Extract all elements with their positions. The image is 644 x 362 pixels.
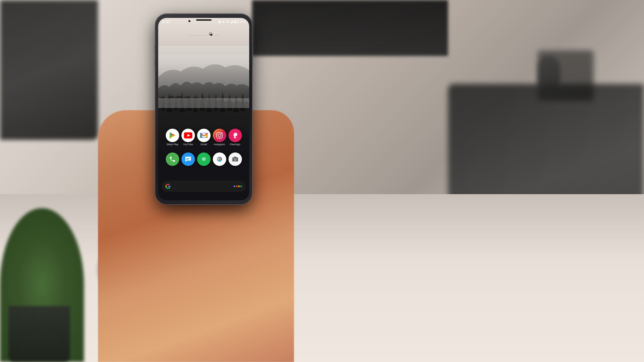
sync-icon bbox=[222, 20, 225, 23]
app-sklep-play[interactable]: Sklep Play bbox=[166, 129, 179, 146]
power-button[interactable] bbox=[252, 53, 253, 67]
phone-body: 17:27 bbox=[155, 14, 252, 204]
wifi-icon bbox=[226, 20, 229, 23]
sklep-play-label: Sklep Play bbox=[166, 143, 178, 146]
dot-yellow bbox=[238, 185, 240, 187]
app-spotify[interactable]: . bbox=[197, 152, 211, 170]
camera-icon-circle[interactable] bbox=[228, 152, 242, 166]
app-messages[interactable]: . bbox=[181, 152, 195, 170]
bg-monitor bbox=[0, 0, 98, 140]
earpiece bbox=[196, 19, 211, 21]
google-assistant-dots[interactable] bbox=[234, 185, 242, 187]
app-chrome[interactable]: . bbox=[213, 152, 226, 170]
dot-green bbox=[240, 185, 242, 187]
battery-icon bbox=[234, 20, 239, 23]
chrome-label: . bbox=[219, 167, 220, 170]
spotify-label: . bbox=[203, 167, 204, 170]
svg-point-17 bbox=[221, 133, 222, 134]
phone: 17:27 bbox=[155, 14, 252, 204]
youtube-logo bbox=[184, 132, 192, 138]
flamingo-label: Flamingo bbox=[230, 143, 240, 146]
volume-up-button[interactable] bbox=[155, 45, 155, 55]
youtube-icon-circle[interactable] bbox=[181, 129, 195, 142]
mist-overlay bbox=[158, 46, 249, 102]
app-row-2: . . bbox=[158, 152, 249, 170]
chrome-logo bbox=[216, 155, 223, 163]
gmail-label: Gmail bbox=[200, 143, 207, 146]
svg-rect-5 bbox=[232, 21, 233, 23]
battery-percentage: 37% bbox=[240, 20, 245, 23]
volume-down-button[interactable] bbox=[155, 57, 155, 67]
svg-rect-4 bbox=[231, 22, 232, 23]
bg-mousepad bbox=[538, 50, 594, 101]
phone-logo bbox=[169, 156, 176, 163]
spotify-logo bbox=[200, 156, 207, 163]
dot-red bbox=[236, 185, 237, 187]
svg-rect-19 bbox=[186, 159, 189, 160]
app-gmail[interactable]: Gmail bbox=[197, 129, 211, 146]
bg-plant-pot bbox=[8, 306, 70, 362]
flamingo-logo bbox=[231, 131, 239, 139]
svg-point-16 bbox=[218, 134, 221, 137]
gmail-icon-circle[interactable] bbox=[197, 129, 211, 142]
phone-icon-circle[interactable] bbox=[166, 152, 179, 166]
messages-label: . bbox=[188, 167, 188, 170]
weather-date: Czwartek, 8 sie bbox=[186, 32, 207, 36]
front-camera bbox=[188, 20, 190, 22]
bg-desk bbox=[0, 194, 644, 362]
instagram-logo bbox=[216, 132, 223, 139]
svg-rect-3 bbox=[230, 22, 231, 23]
phone-call-label: . bbox=[172, 167, 173, 170]
svg-rect-9 bbox=[235, 21, 236, 23]
play-store-logo bbox=[169, 131, 176, 139]
app-youtube[interactable]: YouTube bbox=[181, 129, 195, 146]
notification-icon bbox=[218, 20, 221, 23]
sklep-play-icon[interactable] bbox=[166, 129, 179, 142]
instagram-label: Instagram bbox=[214, 143, 225, 146]
svg-rect-6 bbox=[233, 20, 234, 23]
signal-icon bbox=[230, 20, 234, 23]
bg-monitor-top bbox=[252, 0, 448, 56]
app-flamingo[interactable]: Flamingo bbox=[228, 129, 242, 146]
camera-logo bbox=[232, 156, 239, 163]
weather-sun-icon: 🌤 bbox=[209, 32, 213, 36]
app-camera[interactable]: . bbox=[228, 152, 242, 170]
phone-screen: 17:27 bbox=[158, 18, 249, 200]
svg-point-27 bbox=[234, 159, 236, 160]
svg-point-28 bbox=[233, 158, 234, 159]
messages-icon-circle[interactable] bbox=[181, 152, 195, 166]
app-instagram[interactable]: Instagram bbox=[213, 129, 226, 146]
svg-rect-2 bbox=[218, 21, 221, 23]
weather-temp: 25°C bbox=[214, 32, 222, 36]
status-time: 17:27 bbox=[162, 20, 170, 23]
spotify-icon-circle[interactable] bbox=[197, 152, 211, 166]
gmail-logo bbox=[200, 132, 208, 138]
camera-label: . bbox=[235, 167, 235, 170]
google-g-icon bbox=[165, 184, 171, 189]
dot-blue bbox=[234, 185, 235, 187]
google-search-bar[interactable] bbox=[162, 181, 246, 192]
svg-point-25 bbox=[219, 158, 220, 160]
messages-logo bbox=[185, 156, 192, 163]
instagram-icon-circle[interactable] bbox=[213, 129, 226, 142]
svg-rect-8 bbox=[239, 22, 239, 22]
youtube-label: YouTube bbox=[183, 143, 193, 146]
flamingo-icon-circle[interactable] bbox=[228, 129, 242, 142]
app-phone[interactable]: . bbox=[166, 152, 179, 170]
svg-rect-18 bbox=[186, 158, 190, 159]
weather-widget: Czwartek, 8 sie 🌤 25°C bbox=[158, 32, 249, 36]
chrome-icon-circle[interactable] bbox=[213, 152, 226, 166]
status-icons: 37% bbox=[218, 20, 245, 23]
app-row-1: Sklep Play YouTube bbox=[158, 129, 249, 146]
